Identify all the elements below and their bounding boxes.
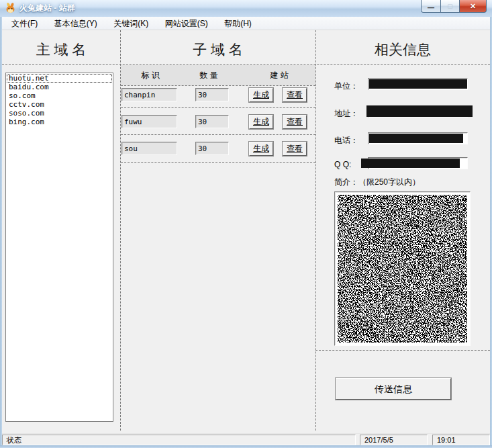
row-divider [121, 107, 315, 108]
titlebar: 火兔建站 - 站群 — ▢ ✕ [0, 0, 492, 17]
generate-button[interactable]: 生成 [249, 142, 273, 156]
phone-field[interactable] [368, 132, 468, 144]
address-field[interactable] [368, 105, 468, 118]
info-footer-divider [315, 350, 490, 351]
row-id-input[interactable] [121, 142, 177, 155]
qq-field[interactable] [368, 157, 468, 169]
info-title: 相关信息 [315, 40, 490, 59]
caption-buttons: — ▢ ✕ [421, 0, 487, 13]
intro-textarea[interactable] [334, 191, 471, 346]
main-domain-title: 主 域 名 [2, 40, 120, 59]
window-title: 火兔建站 - 站群 [19, 0, 75, 17]
redaction-bar [361, 159, 460, 168]
header-build: 建 站 [259, 70, 299, 81]
column-divider-left [120, 30, 121, 431]
list-item-domain[interactable]: so.com [7, 91, 112, 100]
date-panel: 2017/5/5 [360, 435, 428, 445]
redaction-bar [369, 79, 467, 89]
status-bar: 状态 2017/5/5 19:01 [2, 433, 490, 445]
redaction-bar [369, 134, 463, 143]
send-info-button[interactable]: 传送信息 [336, 378, 451, 400]
row-divider [121, 85, 315, 86]
row-divider [121, 134, 315, 135]
status-text: 状态 [2, 435, 356, 445]
rabbit-app-icon [5, 3, 16, 14]
list-item-domain[interactable]: baidu.com [7, 83, 112, 91]
unit-label: 单位： [334, 81, 358, 92]
menu-keywords[interactable]: 关键词(K) [107, 17, 155, 30]
window-frame-left [0, 17, 2, 448]
column-divider-right [315, 30, 316, 431]
row-id-input[interactable] [121, 115, 177, 128]
generate-button[interactable]: 生成 [249, 88, 273, 102]
sub-domain-title: 子 域 名 [120, 40, 315, 59]
list-item-domain[interactable]: huotu.net [7, 74, 112, 83]
list-item-domain[interactable]: cctv.com [7, 100, 112, 109]
maximize-button[interactable]: ▢ [441, 0, 460, 13]
time-panel: 19:01 [432, 435, 490, 445]
row-count-input[interactable] [195, 142, 229, 155]
maximize-icon: ▢ [447, 3, 453, 9]
row-divider [121, 162, 315, 163]
menu-file[interactable]: 文件(F) [5, 17, 44, 30]
phone-label: 电话： [334, 135, 358, 146]
menu-bar: 文件(F) 基本信息(Y) 关键词(K) 网站设置(S) 帮助(H) [2, 17, 490, 30]
intro-noise-redaction [338, 195, 467, 343]
close-button[interactable]: ✕ [460, 0, 487, 13]
list-item-domain[interactable]: bing.com [7, 118, 112, 126]
row-count-input[interactable] [195, 88, 229, 101]
header-id: 标 识 [130, 70, 170, 81]
menu-basic-info[interactable]: 基本信息(Y) [48, 17, 104, 30]
row-id-input[interactable] [121, 88, 177, 101]
header-count: 数 量 [189, 70, 229, 81]
minimize-button[interactable]: — [421, 0, 441, 13]
unit-field[interactable] [368, 78, 468, 90]
close-icon: ✕ [470, 2, 476, 11]
main-domain-listbox[interactable]: huotu.net baidu.com so.com cctv.com soso… [5, 73, 113, 422]
view-button[interactable]: 查看 [283, 115, 307, 129]
view-button[interactable]: 查看 [283, 142, 307, 156]
window-frame-bottom [0, 445, 492, 448]
menu-site-settings[interactable]: 网站设置(S) [158, 17, 215, 30]
row-count-input[interactable] [195, 115, 229, 128]
address-label: 地址： [334, 108, 358, 120]
view-button[interactable]: 查看 [283, 88, 307, 102]
intro-label: 简介：（限250字以内） [334, 177, 420, 188]
qq-label: Q Q: [334, 160, 351, 169]
generate-button[interactable]: 生成 [249, 115, 273, 129]
list-item-domain[interactable]: soso.com [7, 109, 112, 118]
menu-help[interactable]: 帮助(H) [217, 17, 258, 30]
minimize-icon: — [428, 4, 434, 11]
redaction-bar [366, 105, 473, 117]
app-window: 火兔建站 - 站群 — ▢ ✕ 文件(F) 基本信息(Y) 关键词(K) 网站设… [0, 0, 492, 448]
